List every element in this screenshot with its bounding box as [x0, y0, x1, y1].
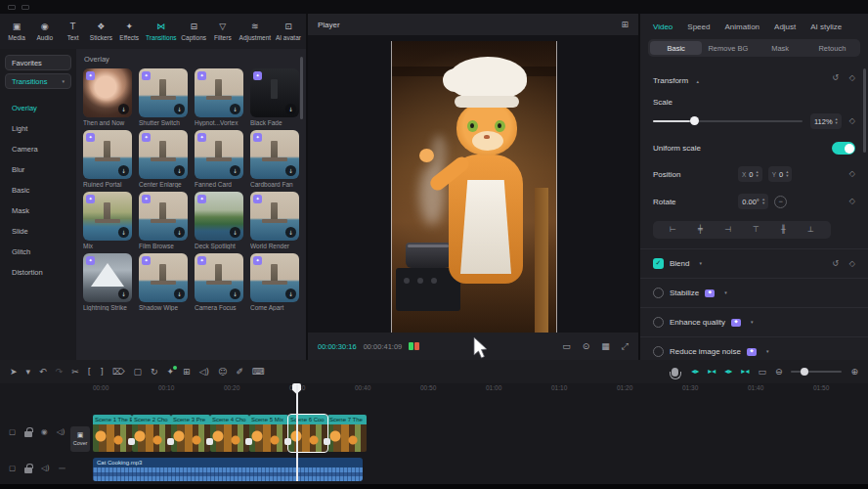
toolbar-transitions[interactable]: ⋈ Transitions: [146, 22, 177, 41]
zoom-in-icon[interactable]: ⊕: [850, 368, 858, 377]
feature-checkbox[interactable]: ✓: [653, 346, 664, 357]
download-icon[interactable]: ↓: [174, 165, 185, 176]
transition-marker[interactable]: [167, 438, 174, 445]
chevron-down-icon[interactable]: ▾: [724, 290, 727, 295]
download-icon[interactable]: ↓: [285, 165, 296, 176]
sidebar-category-item[interactable]: Camera: [0, 139, 76, 159]
toolbar-adjustment[interactable]: ≋ Adjustment: [239, 22, 272, 41]
transition-marker[interactable]: [245, 438, 252, 445]
sidebar-category-item[interactable]: Glitch: [0, 242, 76, 262]
transition-card[interactable]: ✦ ↓ Cardboard Fan: [250, 130, 301, 188]
color-channels-icon[interactable]: [409, 342, 419, 350]
timeline-ruler[interactable]: 00:0000:1000:2000:3000:4000:5001:0001:10…: [0, 383, 868, 395]
toolbar-stickers[interactable]: ❖ Stickers: [89, 22, 112, 41]
position-x-box[interactable]: X 0 ▴▾: [738, 166, 762, 182]
keyframe-icon[interactable]: ◇: [849, 170, 855, 178]
link-toggle-icon[interactable]: ▸◂: [708, 368, 716, 376]
sidebar-category-item[interactable]: Mask: [0, 200, 76, 221]
toolbar-captions[interactable]: ⊟ Captions: [181, 22, 206, 41]
chevron-up-icon[interactable]: ▴: [697, 78, 700, 84]
toolbar-text[interactable]: T Text: [62, 22, 85, 41]
toolbar-effects[interactable]: ✦ Effects: [117, 22, 141, 41]
transition-card[interactable]: ✦ ↓ Hypnot...Vortex: [195, 68, 245, 126]
download-icon[interactable]: ↓: [230, 227, 240, 238]
sidebar-category-item[interactable]: Blur: [0, 159, 76, 180]
inspector-tab[interactable]: Video: [653, 22, 673, 31]
transition-card[interactable]: ✦ ↓ Mix: [83, 192, 134, 249]
track-frame-icon[interactable]: ▢: [9, 428, 16, 436]
chevron-down-icon[interactable]: ▾: [766, 349, 769, 354]
reset-icon[interactable]: ↺: [832, 260, 839, 268]
transition-marker[interactable]: [324, 438, 330, 445]
transition-card[interactable]: ✦ ↓ Deck Spotlight: [195, 192, 245, 249]
redo-icon[interactable]: ↷: [56, 368, 64, 377]
transition-card[interactable]: ✦ ↓ Come Apart: [250, 253, 301, 311]
edit-pen-icon[interactable]: ✐: [236, 368, 243, 377]
timeline-clip[interactable]: Scene 2 Cho: [132, 415, 171, 452]
sidebar-category-item[interactable]: Overlay: [0, 98, 76, 118]
download-icon[interactable]: ↓: [118, 165, 129, 176]
transition-marker[interactable]: [128, 438, 135, 445]
align-top-icon[interactable]: ⊤: [753, 226, 760, 234]
microphone-icon[interactable]: [672, 368, 678, 377]
lock-icon[interactable]: [24, 431, 32, 437]
timeline-clip[interactable]: Scene 7 The: [327, 415, 367, 452]
eye-icon[interactable]: ◉: [41, 428, 48, 436]
download-icon[interactable]: ↓: [285, 104, 296, 114]
snapshot-icon[interactable]: ⊙: [583, 342, 590, 351]
timeline-clip[interactable]: Scene 4 Cho: [210, 415, 249, 452]
inspector-subtab[interactable]: Retouch: [806, 41, 858, 55]
track-frame-icon[interactable]: ▢: [9, 465, 16, 472]
transition-card[interactable]: ✦ ↓ Center Enlarge: [139, 130, 190, 188]
trim-right-icon[interactable]: ]: [100, 368, 104, 377]
playhead-line[interactable]: [296, 384, 298, 481]
align-hcenter-icon[interactable]: ╪: [698, 226, 703, 234]
keyframe-icon[interactable]: ◇: [849, 198, 855, 205]
grid-scrollbar[interactable]: [300, 57, 303, 119]
transition-card[interactable]: ✦ ↓ Black Fade: [250, 68, 301, 126]
reset-icon[interactable]: ↺: [832, 74, 839, 82]
window-control-icon[interactable]: [8, 5, 16, 10]
cover-button[interactable]: ▣ Cover: [70, 426, 90, 452]
toolbar-ai-avatar[interactable]: ⊡ AI avatar: [276, 22, 301, 41]
toolbar-filters[interactable]: ▽ Filters: [211, 22, 235, 41]
inspector-tab[interactable]: Adjust: [774, 22, 796, 31]
download-icon[interactable]: ↓: [230, 104, 240, 114]
feature-checkbox[interactable]: ✓: [653, 258, 664, 269]
stepper-arrows[interactable]: ▴▾: [786, 170, 788, 178]
transition-card[interactable]: ✦ ↓ Fanned Card: [195, 130, 245, 188]
transition-card[interactable]: ✦ ↓ World Render: [250, 192, 301, 249]
split-icon[interactable]: ✂: [71, 368, 79, 377]
zoom-out-icon[interactable]: ⊖: [775, 368, 783, 377]
sidebar-category-item[interactable]: Basic: [0, 180, 76, 200]
toolbar-audio[interactable]: ◉ Audio: [33, 22, 57, 41]
transition-marker[interactable]: [284, 438, 291, 445]
favorites-button[interactable]: Favorites: [5, 55, 71, 70]
sidebar-category-item[interactable]: Distortion: [0, 262, 76, 283]
window-control-icon[interactable]: [22, 5, 29, 10]
snap-toggle-icon[interactable]: ◂▸: [691, 368, 699, 376]
chevron-down-icon[interactable]: ▾: [699, 261, 702, 266]
transition-card[interactable]: ✦ ↓ Film Browse: [139, 192, 190, 249]
timeline-zoom-slider[interactable]: [791, 371, 842, 373]
feature-checkbox[interactable]: ✓: [653, 288, 664, 298]
download-icon[interactable]: ↓: [174, 289, 185, 299]
quality-icon[interactable]: ▦: [601, 342, 610, 351]
keyframe-icon[interactable]: ◇: [849, 74, 855, 82]
mirror-icon[interactable]: ↻: [151, 368, 158, 377]
trim-left-icon[interactable]: [: [88, 368, 92, 377]
timeline-clip[interactable]: Scene 5 Mix: [249, 415, 288, 452]
download-icon[interactable]: ↓: [118, 227, 129, 238]
download-icon[interactable]: ↓: [118, 289, 129, 299]
track-view-toggle-icon[interactable]: ▸◂: [741, 368, 749, 376]
collapse-dash-icon[interactable]: —: [59, 465, 66, 472]
scale-value-box[interactable]: 112% ▴▾: [810, 113, 842, 129]
download-icon[interactable]: ↓: [174, 104, 185, 114]
timeline-clip[interactable]: Scene 6 Coo: [288, 415, 327, 452]
transition-card[interactable]: ✦ ↓ Shadow Wipe: [139, 253, 190, 311]
rotate-value-box[interactable]: 0.00° ▴▾: [738, 194, 768, 209]
scale-slider[interactable]: [653, 120, 803, 122]
feature-checkbox[interactable]: ✓: [653, 317, 664, 328]
video-preview[interactable]: [391, 41, 557, 333]
inspector-tab[interactable]: AI stylize: [810, 22, 842, 31]
